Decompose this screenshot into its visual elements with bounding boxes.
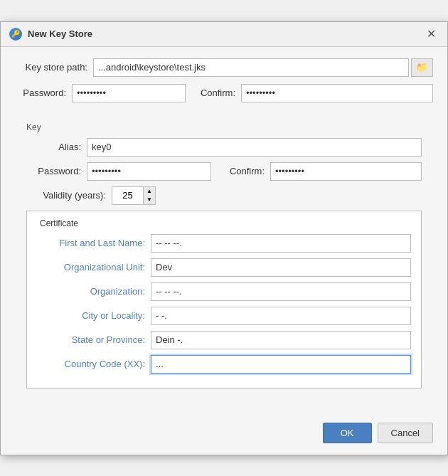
cancel-button[interactable]: Cancel xyxy=(378,423,433,443)
city-input[interactable] xyxy=(151,307,411,325)
alias-input[interactable] xyxy=(87,138,422,157)
org-input[interactable] xyxy=(151,282,411,301)
key-password-label: Password: xyxy=(26,166,87,176)
dialog-footer: OK Cancel xyxy=(1,416,447,455)
org-unit-label: Organizational Unit: xyxy=(37,262,151,273)
key-section: Key Alias: Password: Confirm: Validity (… xyxy=(15,110,433,397)
state-row: State or Province: xyxy=(37,331,411,349)
country-input[interactable] xyxy=(151,355,411,374)
key-password-row: Password: Confirm: xyxy=(26,162,422,181)
title-bar-left: 🔑 New Key Store xyxy=(9,28,92,41)
dialog-title: New Key Store xyxy=(28,28,92,39)
dialog-content: Key store path: 📁 Password: Confirm: Key… xyxy=(1,47,447,416)
dialog-icon: 🔑 xyxy=(9,28,22,41)
keystore-password-label: Password: xyxy=(15,88,72,98)
org-label: Organization: xyxy=(37,286,151,297)
key-password-input[interactable] xyxy=(87,162,211,181)
key-section-label: Key xyxy=(26,122,422,132)
certificate-legend: Certificate xyxy=(37,218,411,228)
keystore-path-row: Key store path: 📁 xyxy=(15,58,433,77)
keystore-password-input[interactable] xyxy=(72,84,186,102)
spinner-buttons: ▲ ▼ xyxy=(144,186,156,205)
country-label: Country Code (XX): xyxy=(37,359,151,369)
spinner-up-button[interactable]: ▲ xyxy=(144,187,155,196)
browse-icon: 📁 xyxy=(416,62,428,73)
keystore-path-input[interactable] xyxy=(93,58,409,77)
keystore-path-label: Key store path: xyxy=(15,62,93,73)
ok-button[interactable]: OK xyxy=(323,423,372,443)
key-confirm-input[interactable] xyxy=(270,162,422,181)
state-label: State or Province: xyxy=(37,334,151,345)
key-confirm-label: Confirm: xyxy=(217,166,270,176)
city-label: City or Locality: xyxy=(37,310,151,321)
keystore-confirm-label: Confirm: xyxy=(191,88,241,98)
alias-row: Alias: xyxy=(26,138,422,157)
browse-button[interactable]: 📁 xyxy=(411,58,433,77)
close-button[interactable]: ✕ xyxy=(424,28,439,40)
org-unit-input[interactable] xyxy=(151,258,411,277)
validity-spinner: ▲ ▼ xyxy=(112,186,156,205)
country-row: Country Code (XX): xyxy=(37,355,411,374)
keystore-confirm-input[interactable] xyxy=(241,84,433,102)
validity-input[interactable] xyxy=(112,186,144,205)
certificate-group: Certificate First and Last Name: Organiz… xyxy=(26,211,422,388)
alias-label: Alias: xyxy=(26,142,87,152)
keystore-password-row: Password: Confirm: xyxy=(15,84,433,102)
state-input[interactable] xyxy=(151,331,411,349)
validity-label: Validity (years): xyxy=(26,190,112,201)
title-bar: 🔑 New Key Store ✕ xyxy=(1,22,447,47)
org-unit-row: Organizational Unit: xyxy=(37,258,411,277)
validity-row: Validity (years): ▲ ▼ xyxy=(26,186,422,205)
first-last-input[interactable] xyxy=(151,234,411,253)
org-row: Organization: xyxy=(37,282,411,301)
new-keystore-dialog: 🔑 New Key Store ✕ Key store path: 📁 Pass… xyxy=(0,21,448,455)
first-last-label: First and Last Name: xyxy=(37,238,151,248)
first-last-row: First and Last Name: xyxy=(37,234,411,253)
spinner-down-button[interactable]: ▼ xyxy=(144,196,155,204)
city-row: City or Locality: xyxy=(37,307,411,325)
